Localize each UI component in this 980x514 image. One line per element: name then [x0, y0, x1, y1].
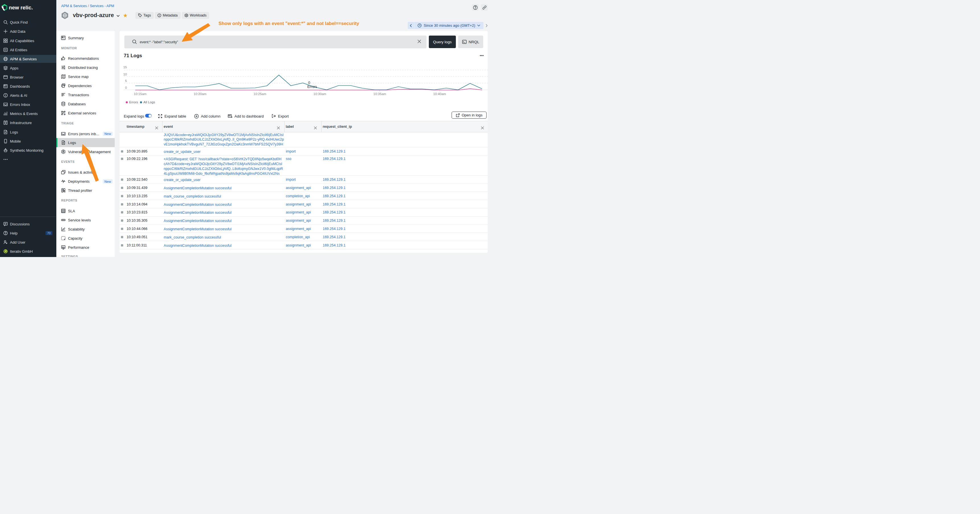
svg-text:new relic.: new relic. — [9, 5, 33, 11]
svg-text:10:40am: 10:40am — [433, 92, 446, 95]
svg-text:10:30am: 10:30am — [313, 92, 326, 95]
svg-text:15: 15 — [123, 65, 127, 69]
svg-text:10: 10 — [123, 73, 127, 76]
svg-text:5: 5 — [125, 79, 127, 83]
svg-text:10:25am: 10:25am — [253, 92, 266, 95]
svg-text:10:35am: 10:35am — [373, 92, 386, 95]
svg-text:0: 0 — [308, 81, 310, 85]
svg-text:10:15am: 10:15am — [134, 92, 146, 95]
svg-text:0: 0 — [125, 86, 127, 89]
svg-text:10:20am: 10:20am — [194, 92, 207, 95]
svg-text:Errors: Errors — [307, 85, 317, 89]
